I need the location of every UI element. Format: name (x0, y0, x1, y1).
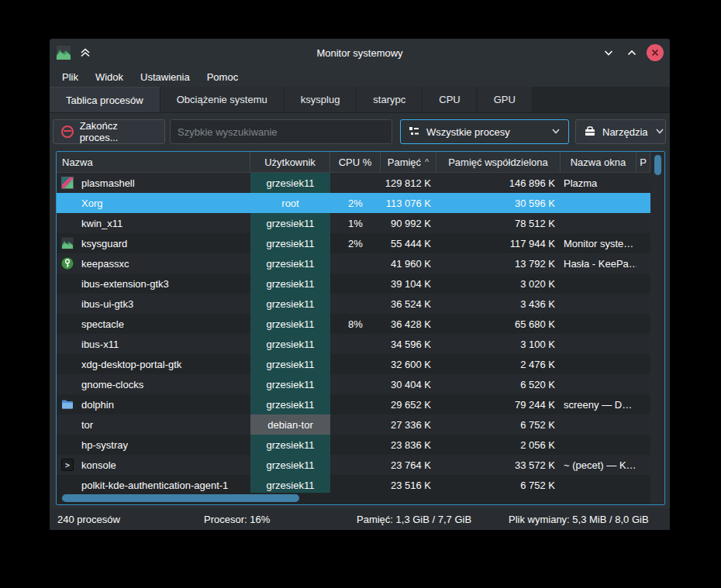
process-shared-memory: 33 572 K (436, 455, 561, 475)
tab-obci-enie-systemu[interactable]: Obciążenie systemu (160, 87, 285, 112)
process-name: hp-systray (81, 439, 128, 451)
process-name: polkit-kde-authentication-agent-1 (81, 480, 228, 491)
tools-button[interactable]: Narzędzia (575, 119, 666, 144)
icon-placeholder (61, 378, 74, 390)
column-header-p[interactable]: P (636, 152, 650, 172)
menu-item-plik[interactable]: Plik (54, 69, 86, 85)
process-name: ibus-x11 (81, 339, 119, 350)
process-shared-memory: 6 520 K (436, 374, 561, 394)
process-name: konsole (81, 459, 116, 471)
column-header-u-ytkownik[interactable]: Użytkownik (250, 152, 330, 172)
table-row[interactable]: kwin_x11grzesiek111%90 992 K78 512 K (57, 213, 650, 233)
titlebar[interactable]: Monitor systemowy (50, 39, 670, 67)
keepassxc-icon (61, 257, 74, 270)
column-header-pami-wsp-dzielona[interactable]: Pamięć współdzielona (436, 152, 561, 172)
process-memory: 27 336 K (381, 414, 436, 435)
table-row[interactable]: ibus-x11grzesiek1134 596 K3 100 K (57, 334, 650, 354)
table-row[interactable]: tordebian-tor27 336 K6 752 K (57, 414, 650, 435)
icon-placeholder (61, 277, 74, 290)
tab-cpu[interactable]: CPU (423, 87, 477, 112)
horizontal-scrollbar-thumb[interactable] (62, 494, 299, 502)
tab-ksysplug[interactable]: ksysplug (285, 87, 357, 112)
process-user: grzesiek11 (250, 253, 330, 273)
icon-placeholder (61, 217, 74, 229)
process-pid-clipped (636, 435, 650, 455)
table-row[interactable]: ibus-extension-gtk3grzesiek1139 104 K3 0… (57, 273, 650, 294)
process-cpu (330, 294, 381, 314)
process-name: spectacle (81, 318, 124, 330)
process-window-title (561, 354, 636, 374)
close-button[interactable] (647, 44, 664, 61)
search-input[interactable] (170, 119, 392, 144)
process-shared-memory: 146 896 K (436, 173, 561, 193)
tab-tablica-proces-w[interactable]: Tablica procesów (50, 87, 160, 112)
icon-placeholder (61, 418, 74, 431)
table-row[interactable]: dolphingrzesiek1129 652 K79 244 Kscreeny… (57, 394, 650, 414)
icon-placeholder (61, 197, 74, 209)
menu-item-pomoc[interactable]: Pomoc (199, 69, 246, 85)
column-header-cpu-[interactable]: CPU % (330, 152, 381, 172)
process-name: xdg-desktop-portal-gtk (81, 359, 181, 370)
vertical-scrollbar-thumb[interactable] (654, 155, 661, 175)
table-row[interactable]: Xorgroot2%113 076 K30 596 K (57, 193, 650, 213)
icon-placeholder (61, 318, 74, 330)
process-memory: 41 960 K (381, 253, 436, 273)
process-user: grzesiek11 (250, 354, 330, 374)
column-header-nazwa-okna[interactable]: Nazwa okna (561, 152, 636, 172)
chevron-down-icon (550, 126, 561, 139)
process-name: tor (81, 419, 93, 431)
tabbar: Tablica procesówObciążenie systemuksyspl… (50, 87, 670, 113)
tab-gpu[interactable]: GPU (478, 87, 533, 112)
column-header-nazwa[interactable]: Nazwa (57, 152, 250, 172)
process-pid-clipped (636, 173, 650, 193)
table-row[interactable]: keepassxcgrzesiek1141 960 K13 792 KHasła… (57, 253, 650, 273)
table-row[interactable]: plasmashellgrzesiek11129 812 K146 896 KP… (57, 173, 650, 193)
table-row[interactable]: hp-systraygrzesiek1123 836 K2 056 K (57, 435, 650, 455)
minimize-button[interactable] (600, 44, 617, 61)
process-window-title (561, 414, 636, 435)
icon-placeholder (61, 438, 74, 451)
app-window: Monitor systemowy PlikWidokUstawieniaPom… (50, 39, 670, 530)
table-row[interactable]: xdg-desktop-portal-gtkgrzesiek1132 600 K… (57, 354, 650, 374)
process-name: ksysguard (81, 238, 127, 249)
column-header-label: Pamięć współdzielona (448, 156, 548, 168)
process-user: grzesiek11 (250, 374, 330, 394)
process-user: grzesiek11 (250, 475, 330, 493)
process-memory: 34 596 K (381, 334, 436, 354)
process-user: grzesiek11 (250, 173, 330, 193)
table-body: plasmashellgrzesiek11129 812 K146 896 KP… (57, 173, 650, 493)
menu-item-widok[interactable]: Widok (88, 69, 131, 85)
column-header-label: Nazwa (62, 156, 93, 168)
table-row[interactable]: ksysguardgrzesiek112%55 444 K117 944 KMo… (57, 233, 650, 253)
tab-starypc[interactable]: starypc (357, 87, 423, 112)
process-memory: 39 104 K (381, 273, 436, 294)
keep-above-icon[interactable] (79, 46, 91, 59)
table-row[interactable]: ibus-ui-gtk3grzesiek1136 524 K3 436 K (57, 294, 650, 314)
process-filter-select[interactable]: Wszystkie procesy (400, 119, 569, 144)
menubar: PlikWidokUstawieniaPomoc (50, 67, 670, 87)
process-window-title (561, 314, 636, 334)
process-pid-clipped (636, 294, 650, 314)
table-row[interactable]: gnome-clocksgrzesiek1130 404 K6 520 K (57, 374, 650, 394)
process-cpu (330, 394, 381, 414)
app-icon (56, 45, 71, 60)
table-row[interactable]: polkit-kde-authentication-agent-1grzesie… (57, 475, 650, 493)
table-row[interactable]: spectaclegrzesiek118%36 428 K65 680 K (57, 314, 650, 334)
process-pid-clipped (636, 374, 650, 394)
icon-placeholder (61, 358, 74, 370)
process-cpu: 2% (330, 233, 381, 253)
terminal-icon: > (61, 459, 74, 471)
column-header-pami-[interactable]: Pamięć^ (381, 152, 436, 172)
process-memory: 90 992 K (381, 213, 436, 233)
plasma-wallpaper-icon (61, 177, 74, 189)
process-window-title: screeny — D… (561, 394, 636, 414)
kill-process-button[interactable]: Zakończ proces... (53, 119, 165, 144)
process-user: grzesiek11 (250, 273, 330, 294)
vertical-scrollbar-track[interactable] (650, 152, 664, 504)
maximize-button[interactable] (623, 44, 640, 61)
process-cpu (330, 173, 381, 193)
process-shared-memory: 65 680 K (436, 314, 561, 334)
menu-item-ustawienia[interactable]: Ustawienia (133, 69, 198, 85)
table-row[interactable]: >konsolegrzesiek1123 764 K33 572 K~ (pec… (57, 455, 650, 475)
process-user: grzesiek11 (250, 394, 330, 414)
